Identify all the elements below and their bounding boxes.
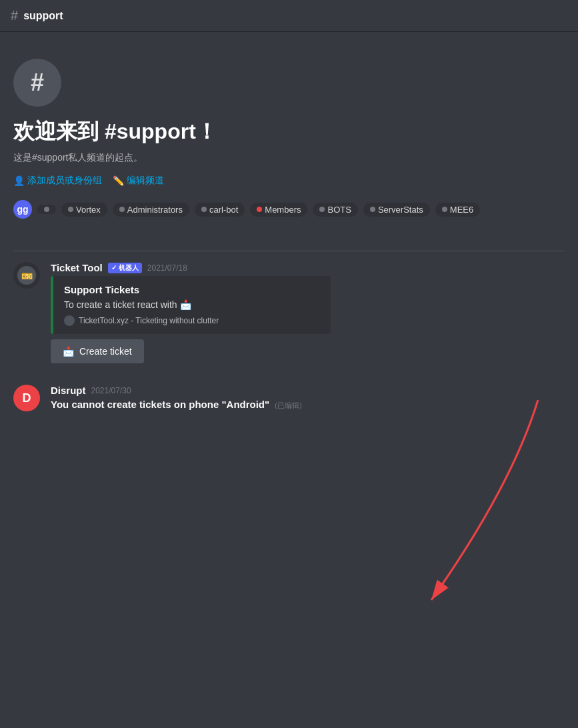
bot-dot-carlbot [201,207,207,212]
checkmark-icon: ✓ [111,264,117,271]
embed-footer: TicketTool.xyz - Ticketing without clutt… [64,315,320,326]
disrupt-content: Disrupt 2021/07/30 You cannot create tic… [51,385,565,411]
edit-channel-link[interactable]: ✏️ 编辑频道 [113,175,164,187]
bot-dot [44,207,49,212]
section-divider [13,251,565,251]
embed-footer-icon [64,315,75,326]
edited-label: (已编辑) [275,401,301,409]
add-members-icon: 👤 [13,175,25,186]
bot-dot-vortex [68,207,73,212]
embed-description: To create a ticket react with 📩 [64,299,320,310]
embed-title: Support Tickets [64,284,320,295]
bot-dot-bots [319,207,325,212]
action-links: 👤 添加成员或身份组 ✏️ 编辑频道 [13,175,164,187]
bot-tag-mee6: MEE6 [435,203,480,217]
channel-icon-large: # [13,59,61,107]
ticket-tool-message: 🎫 Ticket Tool ✓ 机器人 2021/07/18 Support T… [13,257,565,369]
welcome-section: # 欢迎来到 #support！ 这是#support私人频道的起点。 👤 添加… [0,32,578,245]
disrupt-avatar: D [13,385,40,411]
ticket-tool-header: Ticket Tool ✓ 机器人 2021/07/18 [51,262,565,273]
bot-dot-members [257,207,262,212]
ticket-tool-author: Ticket Tool [51,262,103,273]
ticket-tool-avatar: 🎫 [13,262,40,289]
bot-tag-members: Members [250,203,307,217]
support-tickets-embed: Support Tickets To create a ticket react… [51,276,331,334]
bot-dot-administrators [119,207,125,212]
bot-dot-mee6 [442,207,447,212]
bot-tag-vortex: Vortex [61,203,107,217]
welcome-title: 欢迎来到 #support！ [13,117,217,147]
channel-name: support [23,10,63,22]
disrupt-timestamp: 2021/07/30 [91,386,131,395]
bot-tag-separator [37,205,56,214]
envelope-icon: 📩 [63,346,74,357]
svg-text:🎫: 🎫 [21,271,33,282]
bot-list: gg Vortex Administrators carl-bot Member… [13,200,480,219]
disrupt-header: Disrupt 2021/07/30 [51,385,565,396]
hash-symbol-icon: # [31,69,44,97]
discord-logo: gg [13,200,32,219]
bot-tag-serverstats: ServerStats [363,203,430,217]
ticket-tool-content: Ticket Tool ✓ 机器人 2021/07/18 Support Tic… [51,262,565,363]
welcome-subtitle: 这是#support私人频道的起点。 [13,152,143,164]
red-arrow-svg [365,387,565,653]
ticket-tool-timestamp: 2021/07/18 [147,263,187,273]
bot-tag-carlbot: carl-bot [195,203,245,217]
bot-dot-serverstats [370,207,375,212]
disrupt-author: Disrupt [51,385,86,396]
hash-icon: # [11,8,18,23]
create-ticket-button[interactable]: 📩 Create ticket [51,339,144,363]
messages-list: 🎫 Ticket Tool ✓ 机器人 2021/07/18 Support T… [0,257,578,417]
main-content: # 欢迎来到 #support！ 这是#support私人频道的起点。 👤 添加… [0,0,578,417]
add-members-link[interactable]: 👤 添加成员或身份组 [13,175,102,187]
channel-header: # support [0,0,578,32]
disrupt-message-text: You cannot create tickets on phone "Andr… [51,399,565,411]
bot-badge: ✓ 机器人 [108,263,142,273]
bot-tag-administrators: Administrators [113,203,189,217]
disrupt-message: D Disrupt 2021/07/30 You cannot create t… [13,379,565,417]
bot-tag-bots: BOTS [313,203,357,217]
edit-icon: ✏️ [113,175,124,186]
